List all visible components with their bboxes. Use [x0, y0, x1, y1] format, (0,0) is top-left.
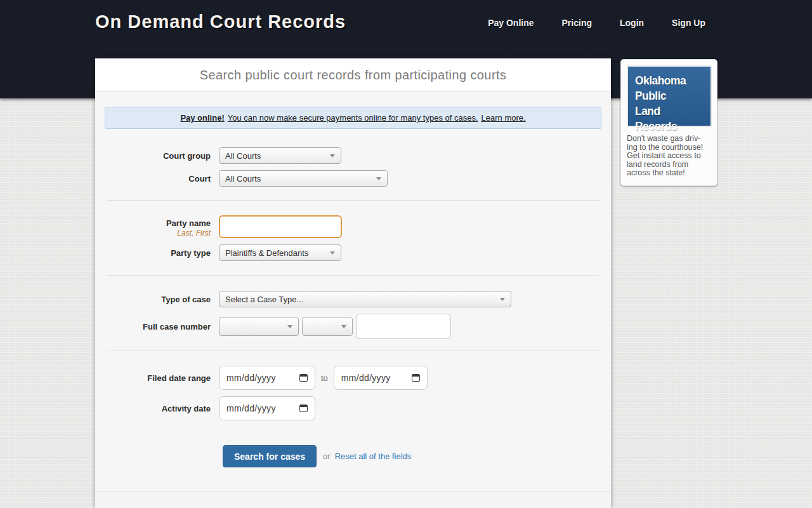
calendar-icon[interactable]	[412, 374, 420, 382]
date-range-separator: to	[321, 373, 328, 383]
search-for-cases-button[interactable]: Search for cases	[223, 445, 317, 467]
filed-date-from-input[interactable]: mm/dd/yyyy	[219, 366, 315, 390]
ad-description-line: ing to the courthouse!	[627, 144, 711, 152]
nav-sign-up[interactable]: Sign Up	[672, 18, 705, 28]
submit-row: Search for cases or Reset all of the fie…	[95, 445, 611, 467]
case-type-row: Type of case Select a Case Type...	[95, 291, 611, 307]
calendar-icon[interactable]	[299, 374, 308, 382]
filed-date-row: Filed date range mm/dd/yyyy to mm/dd/yyy…	[95, 366, 611, 390]
ad-title-line: Land Records	[635, 104, 704, 134]
court-group-row: Court group All Courts	[95, 147, 611, 164]
chevron-down-icon	[330, 251, 335, 255]
section-divider	[107, 275, 599, 276]
filed-date-to-input[interactable]: mm/dd/yyyy	[334, 366, 428, 390]
chevron-down-icon	[376, 177, 381, 180]
chevron-down-icon	[500, 298, 505, 301]
date-placeholder: mm/dd/yyyy	[341, 373, 391, 383]
party-name-label-text: Party name	[166, 218, 211, 228]
party-name-label: Party name Last, First	[95, 215, 211, 237]
party-type-select[interactable]: Plaintiffs & Defendants	[219, 244, 341, 261]
section-divider	[107, 351, 599, 351]
ad-description-line: Don't waste gas driv-	[627, 135, 711, 144]
date-placeholder: mm/dd/yyyy	[226, 373, 276, 383]
ad-description-line: land records from	[627, 161, 711, 170]
site-logo[interactable]: On Demand Court Records	[95, 11, 346, 32]
ad-description-line: across the state!	[627, 169, 711, 178]
party-name-input[interactable]	[219, 215, 342, 238]
top-navigation: Pay Online Pricing Login Sign Up	[488, 18, 705, 28]
ad-description-line: Get instant access to	[627, 152, 711, 161]
banner-text[interactable]: You can now make secure payments online …	[228, 113, 478, 123]
ad-title-line: Public	[635, 88, 704, 104]
party-type-row: Party type Plaintiffs & Defendants	[95, 244, 611, 261]
page-title: Search public court records from partici…	[95, 58, 611, 92]
case-type-label: Type of case	[95, 295, 211, 304]
activity-date-label: Activity date	[95, 404, 211, 413]
filed-date-label: Filed date range	[95, 373, 211, 383]
case-number-label: Full case number	[95, 322, 211, 331]
chevron-down-icon	[341, 325, 346, 328]
case-type-select[interactable]: Select a Case Type...	[219, 291, 511, 307]
banner-learn-more-link[interactable]: Learn more.	[481, 113, 526, 123]
nav-pricing[interactable]: Pricing	[562, 18, 592, 28]
court-row: Court All Courts	[95, 170, 611, 187]
chevron-down-icon	[287, 325, 292, 328]
case-number-row: Full case number	[95, 314, 611, 339]
land-records-ad-banner[interactable]: Oklahoma Public Land Records	[627, 65, 712, 127]
nav-login[interactable]: Login	[620, 18, 644, 28]
court-label: Court	[95, 174, 211, 184]
case-number-year-select[interactable]	[219, 317, 299, 336]
chevron-down-icon	[330, 154, 335, 157]
section-divider	[107, 200, 599, 201]
search-panel: Search public court records from partici…	[95, 58, 611, 508]
land-records-ad-card[interactable]: Oklahoma Public Land Records Don't waste…	[620, 59, 717, 186]
case-number-prefix-select[interactable]	[302, 317, 353, 336]
ad-title-line: Oklahoma	[635, 73, 704, 88]
reset-fields-link[interactable]: Reset all of the fields	[335, 451, 412, 461]
calendar-icon[interactable]	[299, 404, 308, 412]
party-name-row: Party name Last, First	[95, 215, 611, 238]
panel-footer-strip	[95, 491, 611, 508]
court-group-select[interactable]: All Courts	[219, 147, 341, 164]
or-text: or	[323, 451, 331, 461]
pay-online-banner[interactable]: Pay online! You can now make secure paym…	[105, 107, 601, 129]
activity-date-input[interactable]: mm/dd/yyyy	[219, 396, 315, 420]
court-select[interactable]: All Courts	[219, 170, 388, 187]
court-group-selected-value: All Courts	[225, 151, 261, 161]
nav-pay-online[interactable]: Pay Online	[488, 18, 534, 28]
date-placeholder: mm/dd/yyyy	[226, 403, 276, 413]
court-selected-value: All Courts	[225, 174, 261, 184]
party-type-selected-value: Plaintiffs & Defendants	[225, 248, 308, 258]
party-type-label: Party type	[95, 248, 211, 258]
party-name-hint: Last, First	[177, 229, 211, 237]
court-group-label: Court group	[95, 151, 211, 161]
banner-bold-text[interactable]: Pay online!	[180, 113, 224, 123]
activity-date-row: Activity date mm/dd/yyyy	[95, 396, 611, 420]
case-number-input[interactable]	[356, 314, 451, 339]
case-type-selected-value: Select a Case Type...	[225, 295, 303, 304]
ad-description: Don't waste gas driv- ing to the courtho…	[627, 135, 711, 178]
